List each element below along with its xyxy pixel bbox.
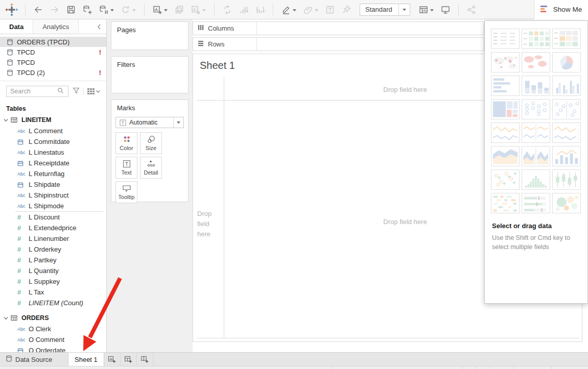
showme-pie-chart-icon[interactable]: [552, 52, 581, 72]
presentation-mode-button[interactable]: [437, 2, 454, 17]
paperclip-button[interactable]: [300, 2, 322, 17]
datasource-item[interactable]: TPCD (2)!: [0, 67, 106, 78]
mark-type-dropdown[interactable]: Automatic: [115, 117, 184, 128]
drop-field-hint-top[interactable]: Drop field here: [357, 86, 454, 93]
showme-lines-discrete-icon[interactable]: [522, 122, 550, 143]
rows-shelf[interactable]: Rows: [193, 37, 484, 51]
forward-arrow-button[interactable]: [46, 2, 63, 17]
text-mark-button[interactable]: Text: [115, 157, 137, 179]
field-item[interactable]: #LINEITEM (Count): [0, 298, 106, 308]
save-button[interactable]: [63, 2, 79, 17]
run-auto-updates-button[interactable]: [117, 2, 139, 17]
field-item[interactable]: AbcL Shipmode: [0, 201, 106, 211]
search-input-box[interactable]: [6, 86, 68, 97]
back-arrow-button[interactable]: [30, 2, 46, 17]
chevron-down-icon[interactable]: [132, 6, 136, 13]
showme-box-and-whisker-icon[interactable]: [552, 169, 581, 190]
field-item[interactable]: L Commitdate: [0, 136, 106, 147]
field-item[interactable]: #L Linenumber: [0, 233, 106, 244]
showme-highlight-table-icon[interactable]: [552, 29, 581, 49]
table-group-lineitem[interactable]: LINEITEM: [0, 114, 106, 126]
detail-mark-button[interactable]: Detail: [140, 157, 162, 179]
showme-stacked-bars-icon[interactable]: [522, 76, 550, 96]
showme-side-by-side-circles-icon[interactable]: [552, 99, 581, 119]
show-hide-cards-button[interactable]: [415, 2, 437, 17]
new-dashboard-button[interactable]: [121, 353, 137, 366]
sort-ascending-button[interactable]: [236, 2, 252, 17]
chevron-down-icon[interactable]: [4, 316, 11, 320]
chevron-down-icon[interactable]: [430, 6, 434, 13]
showme-symbol-map-icon[interactable]: [491, 52, 520, 72]
showme-dual-lines-icon[interactable]: [552, 122, 581, 143]
datasource-item[interactable]: ORDERS (TPCD): [0, 37, 106, 47]
chevron-down-icon[interactable]: [314, 6, 319, 13]
pages-card[interactable]: Pages: [111, 21, 189, 50]
tooltip-mark-button[interactable]: Tooltip: [115, 181, 137, 203]
chevron-down-icon[interactable]: [398, 4, 410, 15]
table-group-orders[interactable]: ORDERS: [0, 312, 106, 324]
swap-rows-columns-button[interactable]: [219, 2, 236, 17]
showme-histogram-icon[interactable]: [522, 169, 550, 190]
show-me-button[interactable]: Show Me: [534, 0, 588, 19]
new-worksheet-button[interactable]: [104, 353, 121, 366]
showme-area-discrete-icon[interactable]: [522, 146, 550, 166]
datasource-item[interactable]: TPCD!: [0, 47, 106, 57]
showme-heat-map-icon[interactable]: [522, 29, 550, 49]
columns-shelf[interactable]: Columns: [193, 21, 484, 35]
field-item[interactable]: L Shipdate: [0, 179, 106, 190]
field-item[interactable]: AbcL Shipinstruct: [0, 190, 106, 201]
chevron-down-icon[interactable]: [173, 117, 183, 128]
new-data-source-button[interactable]: [79, 2, 96, 17]
data-source-tab[interactable]: Data Source: [0, 353, 61, 366]
showme-horizontal-bars-icon[interactable]: [491, 76, 520, 96]
field-item[interactable]: AbcL Comment: [0, 126, 106, 136]
showme-area-continuous-icon[interactable]: [491, 146, 520, 166]
field-item[interactable]: #L Tax: [0, 287, 106, 298]
showme-side-by-side-bars-icon[interactable]: [552, 76, 581, 96]
tab-data[interactable]: Data: [0, 19, 33, 34]
datasource-item[interactable]: TPCD: [0, 57, 106, 67]
field-item[interactable]: #L Orderkey: [0, 244, 106, 255]
search-input[interactable]: [10, 88, 57, 95]
sort-descending-button[interactable]: [252, 2, 268, 17]
sheet-tab-sheet1[interactable]: Sheet 1: [68, 353, 104, 366]
collapse-pane-icon[interactable]: [92, 19, 106, 34]
field-item[interactable]: #L Partkey: [0, 255, 106, 265]
field-item[interactable]: L Receiptdate: [0, 158, 106, 168]
field-item[interactable]: O Orderdate: [0, 345, 106, 352]
field-item[interactable]: AbcL Linestatus: [0, 147, 106, 158]
chevron-down-icon[interactable]: [292, 6, 297, 13]
highlight-button[interactable]: [278, 2, 300, 17]
new-story-button[interactable]: [137, 353, 153, 366]
field-item[interactable]: AbcL Returnflag: [0, 168, 106, 179]
fit-dropdown[interactable]: Standard: [360, 4, 410, 16]
chevron-down-icon[interactable]: [4, 118, 11, 122]
showme-filled-map-icon[interactable]: [522, 52, 550, 72]
showme-dual-combination-icon[interactable]: [552, 146, 581, 166]
chevron-down-icon[interactable]: [202, 6, 206, 13]
showme-circle-views-icon[interactable]: [522, 99, 550, 119]
showme-treemap-icon[interactable]: [491, 99, 520, 119]
showme-lines-continuous-icon[interactable]: [491, 122, 520, 143]
showme-scatter-plot-icon[interactable]: [491, 169, 520, 190]
share-button[interactable]: [463, 2, 480, 17]
view-options-icon[interactable]: [87, 88, 100, 94]
showme-text-table-icon[interactable]: [491, 29, 520, 49]
field-item[interactable]: #L Quantity: [0, 265, 106, 276]
field-item[interactable]: #L Suppkey: [0, 276, 106, 287]
chevron-down-icon[interactable]: [110, 6, 114, 13]
showme-bullet-graph-icon[interactable]: [522, 193, 550, 213]
field-item[interactable]: AbcO Comment: [0, 334, 106, 345]
field-item[interactable]: #L Discount: [0, 212, 106, 223]
drop-field-hint-main[interactable]: Drop field here: [357, 218, 454, 226]
filter-fields-icon[interactable]: [73, 87, 80, 95]
pause-auto-updates-button[interactable]: [96, 2, 117, 17]
chevron-down-icon[interactable]: [163, 6, 168, 13]
field-item[interactable]: #L Extendedprice: [0, 223, 106, 233]
duplicate-sheet-button[interactable]: [171, 2, 187, 17]
field-item[interactable]: AbcO Clerk: [0, 324, 106, 334]
showme-packed-bubbles-icon[interactable]: [552, 193, 581, 213]
pin-button[interactable]: [338, 2, 355, 17]
size-mark-button[interactable]: Size: [140, 132, 162, 154]
tab-analytics[interactable]: Analytics: [33, 19, 79, 34]
